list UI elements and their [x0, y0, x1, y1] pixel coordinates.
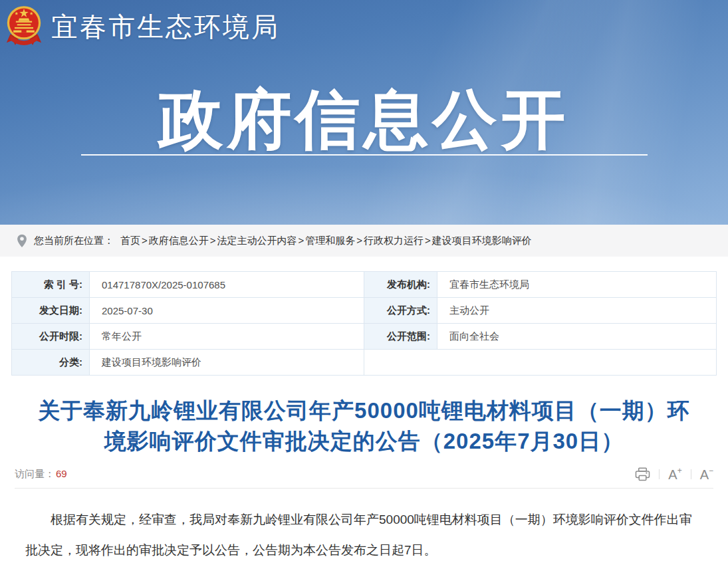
meta-label-issuing-agency: 发布机构:	[364, 272, 437, 298]
banner-underline	[81, 154, 648, 156]
toolbar-divider	[691, 469, 691, 479]
meta-value-index-no: 014717870X/2025-0107685	[90, 272, 364, 298]
breadcrumb-item-gov-info[interactable]: 政府信息公开	[149, 235, 209, 246]
meta-value-issue-date: 2025-07-30	[90, 298, 364, 324]
breadcrumb-item-management-services[interactable]: 管理和服务	[305, 235, 355, 246]
location-pin-icon	[17, 234, 27, 248]
print-button[interactable]	[635, 467, 650, 481]
meta-label-issue-date: 发文日期:	[12, 298, 90, 324]
site-name: 宜春市生态环境局	[51, 9, 280, 45]
breadcrumb-item-home[interactable]: 首页	[120, 235, 140, 246]
breadcrumb-separator: >	[299, 235, 304, 246]
content-divider	[15, 488, 713, 489]
meta-label-category: 分类:	[12, 350, 90, 376]
breadcrumb-item-admin-power[interactable]: 行政权力运行	[364, 235, 424, 246]
breadcrumb-item-statutory-disclosure[interactable]: 法定主动公开内容	[217, 235, 297, 246]
breadcrumb-item-eia[interactable]: 建设项目环境影响评价	[432, 235, 532, 246]
meta-row-1: 索 引 号: 014717870X/2025-0107685 发布机构: 宜春市…	[12, 272, 717, 298]
meta-value-category: 建设项目环境影响评价	[90, 350, 364, 376]
meta-row-3: 公开时限: 常年公开 公开范围: 面向全社会	[12, 324, 717, 350]
printer-icon	[635, 467, 650, 481]
meta-value-issuing-agency: 宜春市生态环境局	[437, 272, 717, 298]
banner-page-title: 政府信息公开	[0, 77, 728, 164]
meta-label-disclosure-method: 公开方式:	[364, 298, 437, 324]
breadcrumb-separator: >	[142, 235, 148, 246]
meta-row-4: 分类: 建设项目环境影响评价	[12, 350, 717, 376]
breadcrumb-label: 您当前所在位置：	[34, 235, 114, 247]
article-title: 关于奉新九岭锂业有限公司年产50000吨锂电材料项目（一期）环境影响评价文件审批…	[19, 395, 709, 457]
site-header: 宜春市生态环境局	[5, 4, 280, 49]
visit-counter-label: 访问量：	[15, 468, 55, 479]
breadcrumb-separator: >	[425, 235, 431, 246]
font-increase-sign: +	[677, 467, 682, 475]
breadcrumb-separator: >	[356, 235, 362, 246]
article-toolbar: A+ A−	[635, 467, 713, 481]
font-decrease-label: A	[700, 468, 709, 481]
font-decrease-sign: −	[709, 467, 713, 475]
site-banner: 宜春市生态环境局 政府信息公开	[0, 0, 728, 225]
meta-value-disclosure-method: 主动公开	[437, 298, 717, 324]
meta-value-disclosure-term: 常年公开	[90, 324, 364, 350]
breadcrumb-separator: >	[210, 235, 216, 246]
article-meta-row: 访问量：69 A+ A−	[15, 467, 713, 481]
document-meta-table: 索 引 号: 014717870X/2025-0107685 发布机构: 宜春市…	[11, 271, 717, 376]
page: 宜春市生态环境局 政府信息公开 您当前所在位置： 首页>政府信息公开>法定主动公…	[0, 0, 728, 561]
visit-counter-value: 69	[56, 468, 67, 479]
meta-value-disclosure-scope: 面向全社会	[437, 324, 717, 350]
font-decrease-button[interactable]: A−	[700, 468, 713, 481]
meta-label-disclosure-scope: 公开范围:	[364, 324, 437, 350]
meta-empty-cell	[364, 350, 717, 376]
font-increase-button[interactable]: A+	[668, 468, 681, 481]
meta-row-2: 发文日期: 2025-07-30 公开方式: 主动公开	[12, 298, 717, 324]
article-body: 根据有关规定，经审查，我局对奉新九岭锂业有限公司年产50000吨锂电材料项目（一…	[25, 505, 693, 561]
meta-label-disclosure-term: 公开时限:	[12, 324, 90, 350]
font-increase-label: A	[668, 468, 677, 481]
national-emblem-icon	[5, 4, 43, 49]
breadcrumb-items: 首页>政府信息公开>法定主动公开内容>管理和服务>行政权力运行>建设项目环境影响…	[120, 235, 532, 247]
article-title-line2: 境影响评价文件审批决定的公告（2025年7月30日）	[104, 429, 624, 453]
meta-label-index-no: 索 引 号:	[12, 272, 90, 298]
visit-counter: 访问量：69	[15, 468, 67, 481]
breadcrumb: 您当前所在位置： 首页>政府信息公开>法定主动公开内容>管理和服务>行政权力运行…	[0, 225, 728, 257]
toolbar-divider	[659, 469, 660, 479]
article-title-line1: 关于奉新九岭锂业有限公司年产50000吨锂电材料项目（一期）环	[38, 398, 690, 423]
